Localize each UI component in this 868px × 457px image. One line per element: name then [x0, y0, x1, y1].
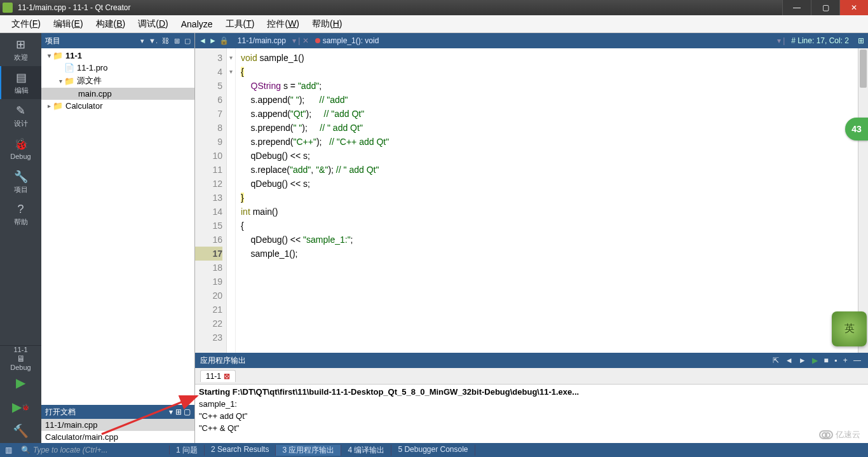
- mode-label: Debug: [10, 153, 31, 160]
- code-editor[interactable]: 34567891011121314151617181920212223 ▾▾ v…: [195, 48, 868, 353]
- menu-item[interactable]: 构建(B): [90, 16, 132, 32]
- status-tab[interactable]: 3 应用程序输出: [276, 445, 341, 456]
- status-tab[interactable]: 2 Search Results: [205, 445, 276, 456]
- tree-item[interactable]: ▾📁11-1: [41, 50, 194, 62]
- output-text[interactable]: Starting F:\DT\QT\qt\first\11\build-11-1…: [195, 385, 868, 443]
- prev-icon[interactable]: ◄: [785, 356, 793, 365]
- output-panel-header: 应用程序输出 ⇱ ◄ ► ▶ ■ ▪ + —: [195, 353, 868, 368]
- close-pane-icon[interactable]: ▢: [184, 407, 191, 416]
- close-tab-icon[interactable]: ⊠: [224, 372, 230, 381]
- mode-label: 帮助: [14, 217, 28, 227]
- source-text[interactable]: void sample_1(){ QString s = "add"; s.ap…: [236, 48, 858, 353]
- mode-帮助[interactable]: ?帮助: [0, 198, 41, 231]
- mode-label: 编辑: [15, 86, 29, 95]
- lock-icon[interactable]: 🔒: [219, 36, 229, 45]
- dropdown-icon[interactable]: ▾: [169, 407, 173, 416]
- kit-name: 11-1: [13, 346, 27, 353]
- filter-icon[interactable]: ▼.: [149, 37, 158, 44]
- notification-badge[interactable]: 43: [845, 118, 868, 140]
- mode-icon: ✎: [16, 104, 25, 118]
- split-icon[interactable]: ⊞: [854, 36, 868, 45]
- locator[interactable]: 🔍: [17, 446, 170, 454]
- fold-gutter[interactable]: ▾▾: [227, 48, 236, 353]
- monitor-icon: 🖥: [17, 353, 25, 364]
- add-split-icon[interactable]: ⊞: [174, 37, 180, 44]
- menu-item[interactable]: 调试(D): [132, 16, 174, 32]
- kit-selector[interactable]: 11-1 🖥 Debug: [0, 345, 41, 371]
- window-titlebar: 11-1/main.cpp - 11-1 - Qt Creator — ▢ ✕: [0, 0, 868, 15]
- project-tree[interactable]: ▾📁11-1📄11-1.pro▾📁源文件main.cpp▸📁Calculator: [41, 48, 194, 405]
- output-tab-label: 11-1: [206, 372, 221, 381]
- dropdown-icon[interactable]: ▾: [140, 37, 144, 44]
- status-tab[interactable]: 5 Debugger Console: [391, 445, 475, 456]
- symbol-selector[interactable]: sample_1(): void: [310, 36, 384, 45]
- mode-label: 项目: [14, 185, 28, 194]
- nav-fwd-icon[interactable]: ►: [209, 36, 217, 45]
- tree-item[interactable]: ▸📁Calculator: [41, 100, 194, 112]
- close-pane-icon[interactable]: ▢: [184, 37, 191, 44]
- mode-编辑[interactable]: ▤编辑: [0, 66, 41, 99]
- tree-item[interactable]: ▾📁源文件: [41, 74, 194, 88]
- tree-item[interactable]: main.cpp: [41, 88, 194, 100]
- file-selector[interactable]: 11-1/main.cpp: [233, 36, 291, 45]
- side-panel: 项目 ▾ ▼. ⛓ ⊞ ▢ ▾📁11-1📄11-1.pro▾📁源文件main.c…: [41, 33, 195, 443]
- editor-scrollbar[interactable]: [858, 48, 868, 353]
- menu-bar: 文件(F)编辑(E)构建(B)调试(D)Analyze工具(T)控件(W)帮助(…: [0, 15, 868, 33]
- menu-item[interactable]: 文件(F): [5, 16, 47, 32]
- open-docs-list[interactable]: 11-1/main.cppCalculator/main.cpp: [41, 419, 194, 443]
- mode-icon: ?: [17, 203, 24, 216]
- menu-item[interactable]: 编辑(E): [47, 16, 90, 32]
- cursor-position: # Line: 17, Col: 2: [786, 36, 854, 45]
- mode-sidebar: ⊞欢迎▤编辑✎设计🐞Debug🔧项目?帮助 11-1 🖥 Debug ▶ ▶🐞 …: [0, 33, 41, 443]
- link-icon[interactable]: ⛓: [162, 37, 169, 44]
- status-tab[interactable]: 4 编译输出: [341, 445, 391, 456]
- add-split-icon[interactable]: ⊞: [175, 407, 182, 416]
- mode-icon: 🔧: [14, 170, 28, 184]
- menu-item[interactable]: 控件(W): [261, 16, 306, 32]
- mode-icon: 🐞: [14, 137, 28, 151]
- mode-icon: ▤: [16, 71, 27, 85]
- mode-设计[interactable]: ✎设计: [0, 99, 41, 132]
- attach-icon[interactable]: ⇱: [773, 356, 779, 365]
- open-doc-item[interactable]: 11-1/main.cpp: [41, 419, 194, 431]
- open-docs-title: 打开文档: [45, 407, 169, 418]
- close-button[interactable]: ✕: [839, 0, 868, 15]
- run-button[interactable]: ▶: [0, 371, 41, 395]
- locator-input[interactable]: [33, 446, 165, 454]
- output-tab[interactable]: 11-1 ⊠: [200, 370, 236, 382]
- next-icon[interactable]: ►: [799, 356, 806, 365]
- menu-item[interactable]: 工具(T): [219, 16, 261, 32]
- project-pane-title: 项目: [45, 36, 138, 46]
- editor-area: ◄ ► 🔒 11-1/main.cpp ▾ | ✕ sample_1(): vo…: [195, 33, 868, 443]
- maximize-button[interactable]: ▢: [811, 0, 839, 15]
- menu-item[interactable]: Analyze: [175, 17, 219, 32]
- tree-item[interactable]: 📄11-1.pro: [41, 62, 194, 74]
- app-icon: [3, 3, 13, 13]
- open-docs-header: 打开文档 ▾ ⊞ ▢: [41, 405, 194, 419]
- editor-toolbar: ◄ ► 🔒 11-1/main.cpp ▾ | ✕ sample_1(): vo…: [195, 33, 868, 48]
- open-doc-item[interactable]: Calculator/main.cpp: [41, 431, 194, 443]
- mode-label: 设计: [14, 119, 28, 128]
- add-icon[interactable]: +: [843, 356, 848, 365]
- output-panel-title: 应用程序输出: [200, 355, 771, 366]
- status-tab[interactable]: 1 问题: [170, 445, 205, 456]
- stop2-icon[interactable]: ▪: [834, 356, 837, 365]
- stop-icon[interactable]: ■: [824, 356, 828, 365]
- mode-icon: ⊞: [16, 38, 25, 51]
- mode-项目[interactable]: 🔧项目: [0, 165, 41, 198]
- mode-欢迎[interactable]: ⊞欢迎: [0, 33, 41, 66]
- mode-Debug[interactable]: 🐞Debug: [0, 132, 41, 165]
- toggle-sidebar-icon[interactable]: ▥: [0, 446, 17, 454]
- remove-icon[interactable]: —: [853, 356, 861, 365]
- output-tab-row: 11-1 ⊠: [195, 368, 868, 385]
- minimize-button[interactable]: —: [782, 0, 811, 15]
- rerun-icon[interactable]: ▶: [812, 356, 818, 365]
- menu-item[interactable]: 帮助(H): [306, 16, 348, 32]
- nav-back-icon[interactable]: ◄: [199, 36, 207, 45]
- status-bar: ▥ 🔍 1 问题2 Search Results3 应用程序输出4 编译输出5 …: [0, 443, 868, 457]
- build-button[interactable]: 🔨: [0, 419, 41, 443]
- project-pane-header: 项目 ▾ ▼. ⛓ ⊞ ▢: [41, 33, 194, 48]
- debug-run-button[interactable]: ▶🐞: [0, 395, 41, 419]
- ime-badge[interactable]: 英: [832, 311, 867, 346]
- line-gutter[interactable]: 34567891011121314151617181920212223: [195, 48, 227, 353]
